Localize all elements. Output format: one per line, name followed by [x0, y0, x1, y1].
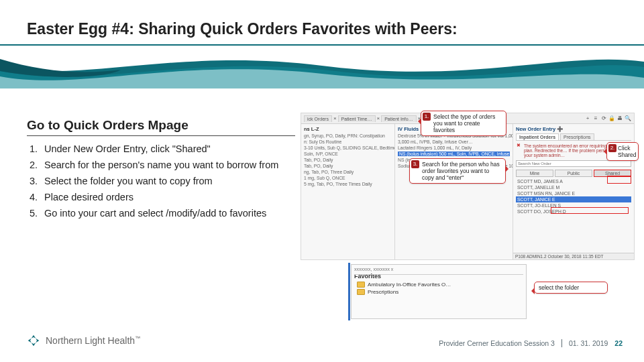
step-text: Go into your cart and select /modify/add… — [44, 208, 266, 219]
subtab-inpatient[interactable]: Inpatient Orders — [516, 133, 559, 140]
step-item: 4.Place desired orders — [27, 192, 278, 202]
folder-item[interactable]: Ambulatory In-Office Favorites O… — [357, 282, 523, 288]
step-item: 2.Search for the person's name you want … — [27, 160, 278, 170]
callout-badge: 2. — [608, 144, 616, 152]
favorites-screenshot: xxxxxxx, xxxxxxx x Favorites Ambulatory … — [351, 264, 527, 319]
step-text: Under New Order Entry, click "Shared" — [44, 143, 211, 154]
step-number: 4. — [27, 192, 38, 202]
callout-text: Select the type of orders you want to cr… — [433, 113, 495, 133]
callout-badge: 3. — [411, 160, 419, 168]
name-list: SCOTT MD, JAMES A SCOTT, JANELLE M SCOTT… — [516, 178, 631, 215]
folder-icon — [357, 282, 365, 288]
search-input[interactable] — [516, 160, 631, 167]
folder-label: Prescriptions — [368, 289, 398, 295]
name-item[interactable]: SCOTT MSN RN, JANICE E — [516, 190, 631, 196]
column-header: New Order Entry ➕ — [516, 126, 631, 132]
blue-bar-decor — [348, 280, 350, 320]
scope-buttons: Mine Public Shared — [516, 170, 631, 177]
callout-4: select the folder — [534, 282, 608, 294]
status-bar: P108 ADMIN1.2 October 30, 2018 11:35 EDT — [513, 253, 634, 259]
list-item[interactable]: 3,000 mL, IVPB, Daily, Infuse Over… — [398, 139, 510, 144]
callout-text: select the folder — [539, 284, 579, 291]
step-item: 5.Go into your cart and select /modify/a… — [27, 208, 278, 219]
step-number: 5. — [27, 208, 38, 219]
step-item: 1.Under New Order Entry, click "Shared" — [27, 143, 278, 154]
page-number: 22 — [614, 339, 623, 347]
folder-item[interactable]: Prescriptions — [357, 289, 523, 295]
name-item-selected[interactable]: SCOTT, JANICE E — [516, 196, 631, 202]
callout-1: 1. Select the type of orders you want to… — [421, 111, 506, 136]
list-item[interactable]: gn, Syrup, PO, Daily, PRN: Constipation — [304, 133, 392, 138]
section-underline — [27, 135, 295, 136]
add-icon[interactable]: + — [584, 115, 591, 121]
list-item[interactable]: Tab, PO, Daily — [304, 164, 392, 168]
step-text: Search for the person's name you want to… — [44, 160, 278, 170]
list-item[interactable]: n: Suly Ds Routine — [304, 139, 392, 144]
close-icon[interactable]: × — [333, 115, 337, 121]
lock-icon[interactable]: 🔒 — [608, 115, 615, 121]
callout-3: 3. Search for the person who has order f… — [409, 158, 506, 184]
list-item[interactable]: 3-10 Units, Sub Q, SLIDING SCALE, Bedtim… — [304, 145, 392, 150]
callout-text: Click Shared — [618, 145, 636, 158]
step-number: 3. — [27, 176, 38, 186]
medications-column: ns L-Z gn, Syrup, PO, Daily, PRN: Consti… — [301, 124, 395, 259]
public-button[interactable]: Public — [555, 170, 592, 177]
step-text: Select the folder you want to copy from — [44, 176, 213, 186]
slide: Easter Egg #4: Sharing Quick Orders Favo… — [0, 0, 644, 362]
list-item[interactable]: ng, Tab, PO, Three Daily — [304, 170, 392, 174]
column-header: ns L-Z — [304, 126, 392, 132]
blue-bar-decor — [348, 263, 350, 280]
search-icon[interactable]: 🔍 — [625, 115, 631, 121]
brand-logo: Northern Light Health™ — [27, 334, 140, 347]
list-item[interactable]: 5 mg, Tab, PO, Three Times Daily — [304, 182, 392, 186]
list-item[interactable]: 1 mg, Sub Q, ONCE — [304, 176, 392, 180]
step-number: 1. — [27, 143, 38, 154]
list-item-selected[interactable]: NS (bolus infusion) 500 mL, Soln, IVPB, … — [398, 152, 510, 156]
step-text: Place desired orders — [44, 192, 133, 202]
subtab-prescriptions[interactable]: Prescriptions — [560, 133, 594, 140]
refresh-icon[interactable]: ⟳ — [600, 115, 607, 121]
slide-footer: Provider Cerner Education Session 3 01. … — [439, 339, 623, 347]
patient-name-redacted: xxxxxxx, xxxxxxx x — [354, 267, 523, 272]
footer-divider — [561, 339, 562, 347]
logo-icon — [27, 334, 40, 347]
step-list: 1.Under New Order Entry, click "Shared" … — [27, 143, 278, 224]
tab[interactable]: ick Orders — [304, 115, 332, 122]
list-item[interactable]: Lactated Ringers 1,000 mL, IV, Daily — [398, 145, 510, 150]
callout-text: Search for the person who has order favo… — [422, 161, 500, 181]
slide-title: Easter Egg #4: Sharing Quick Orders Favo… — [27, 20, 458, 38]
footer-date: 01. 31. 2019 — [569, 339, 608, 347]
callout-2: 2. Click Shared — [606, 142, 639, 161]
shared-button[interactable]: Shared — [594, 170, 631, 177]
name-item[interactable]: SCOTT, JANELLE M — [516, 184, 631, 190]
name-item[interactable]: SCOTT DO, JOSEPH D — [516, 208, 631, 215]
footer-session: Provider Cerner Education Session 3 — [439, 339, 555, 347]
title-underline — [0, 44, 644, 46]
subtabs: Inpatient Orders Prescriptions — [516, 133, 631, 141]
tab[interactable]: Patient Info… — [381, 115, 416, 122]
iv-fluids-column: IV Fluids Dextrose 5% in Water + Intrave… — [395, 124, 513, 259]
menu-icon[interactable]: ≡ — [592, 115, 599, 121]
close-icon[interactable]: × — [377, 115, 380, 121]
tab[interactable]: Patient Time… — [338, 115, 376, 122]
callout-badge: 1. — [423, 113, 431, 121]
folder-label: Ambulatory In-Office Favorites O… — [368, 282, 451, 288]
list-item[interactable]: Tab, PO, Daily — [304, 158, 392, 162]
step-number: 2. — [27, 160, 38, 170]
section-heading: Go to Quick Orders Mpage — [27, 118, 189, 133]
name-item[interactable]: SCOTT, JO-ELLEN S — [516, 202, 631, 208]
mine-button[interactable]: Mine — [516, 170, 553, 177]
folder-icon — [357, 289, 365, 295]
logo-text: Northern Light Health™ — [46, 335, 140, 346]
print-icon[interactable]: 🖶 — [616, 115, 623, 121]
step-item: 3.Select the folder you want to copy fro… — [27, 176, 278, 186]
list-item[interactable]: Soln, IVP, ONCE — [304, 152, 392, 156]
name-item[interactable]: SCOTT MD, JAMES A — [516, 178, 631, 184]
wave-decoration — [0, 51, 644, 88]
